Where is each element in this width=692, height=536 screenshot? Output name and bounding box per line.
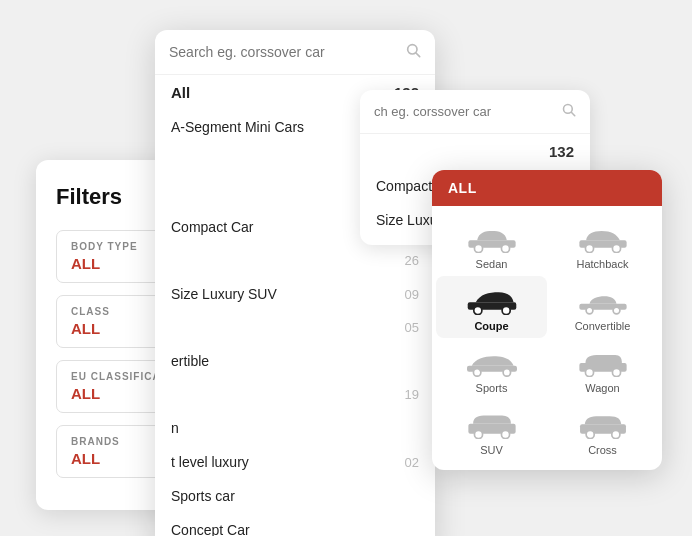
car-label: Sports [476, 382, 508, 394]
svg-point-18 [503, 369, 510, 376]
svg-point-6 [501, 244, 509, 252]
svg-point-8 [585, 244, 593, 252]
item-name: t level luxury [171, 454, 249, 470]
item-name: Sports car [171, 488, 235, 504]
item-name: ertible [171, 353, 209, 369]
sedan-car-icon [462, 224, 522, 254]
dropdown-item[interactable]: ertible [155, 344, 435, 378]
svg-point-12 [502, 306, 510, 314]
item-count: 09 [405, 287, 419, 302]
visual-item-hatchback[interactable]: Hatchback [547, 214, 658, 276]
item-count: 19 [405, 387, 419, 402]
convertible-car-icon [573, 286, 633, 316]
dropdown-item[interactable]: Sports car [155, 479, 435, 513]
visual-grid: Sedan Hatchback Coupe Convert [432, 206, 662, 470]
dropdown-search-input[interactable] [169, 44, 397, 60]
svg-point-24 [501, 430, 509, 438]
suv-car-icon [462, 410, 522, 440]
svg-point-5 [474, 244, 482, 252]
svg-point-17 [473, 369, 480, 376]
coupe-car-icon [462, 286, 522, 316]
item-name: n [171, 420, 179, 436]
car-label: SUV [480, 444, 503, 456]
svg-point-27 [611, 430, 619, 438]
item-count: 26 [405, 253, 419, 268]
dropdown-search2-bar [360, 90, 590, 134]
dropdown-item[interactable]: 19 [155, 378, 435, 411]
svg-line-1 [416, 53, 420, 57]
wagon-car-icon [573, 348, 633, 378]
visual-item-suv[interactable]: SUV [436, 400, 547, 462]
svg-point-26 [586, 430, 594, 438]
item-name: A-Segment Mini Cars [171, 119, 304, 135]
visual-panel: ALL Sedan Hatchback Coupe [432, 170, 662, 470]
dropdown-item[interactable]: t level luxury 02 [155, 445, 435, 479]
visual-item-sports[interactable]: Sports [436, 338, 547, 400]
hatchback-car-icon [573, 224, 633, 254]
car-label: Hatchback [577, 258, 629, 270]
car-label: Coupe [474, 320, 508, 332]
visual-item-cross[interactable]: Cross [547, 400, 658, 462]
car-label: Sedan [476, 258, 508, 270]
filters-title: Filters [56, 184, 122, 210]
svg-point-9 [612, 244, 620, 252]
dropdown-item[interactable]: 05 [155, 311, 435, 344]
car-label: Cross [588, 444, 617, 456]
visual-panel-header: ALL [432, 170, 662, 206]
cross-car-icon [573, 410, 633, 440]
sports-car-icon [462, 348, 522, 378]
svg-point-11 [473, 306, 481, 314]
visual-item-sedan[interactable]: Sedan [436, 214, 547, 276]
dropdown-item[interactable]: Concept Car [155, 513, 435, 536]
item-name: Size Luxury SUV [171, 286, 277, 302]
svg-point-23 [474, 430, 482, 438]
item-count: 05 [405, 320, 419, 335]
item-name: All [171, 84, 190, 101]
dropdown2-all-item[interactable]: 132 [360, 134, 590, 169]
svg-point-15 [613, 307, 620, 314]
svg-point-14 [586, 307, 593, 314]
car-label: Convertible [575, 320, 631, 332]
visual-item-wagon[interactable]: Wagon [547, 338, 658, 400]
dropdown-item[interactable]: n [155, 411, 435, 445]
dropdown-search-bar [155, 30, 435, 75]
svg-point-21 [612, 368, 620, 376]
item-count: 02 [405, 455, 419, 470]
item-name: Concept Car [171, 522, 250, 536]
svg-line-3 [571, 112, 574, 115]
search-icon [405, 42, 421, 62]
svg-point-20 [585, 368, 593, 376]
dropdown-item[interactable]: Size Luxury SUV 09 [155, 277, 435, 311]
visual-item-convertible[interactable]: Convertible [547, 276, 658, 338]
car-label: Wagon [585, 382, 619, 394]
dropdown-search2-input[interactable] [374, 104, 553, 119]
item-name: Compact Car [171, 219, 253, 235]
dropdown-item[interactable]: 26 [155, 244, 435, 277]
search-icon-2 [561, 102, 576, 121]
visual-item-coupe[interactable]: Coupe [436, 276, 547, 338]
